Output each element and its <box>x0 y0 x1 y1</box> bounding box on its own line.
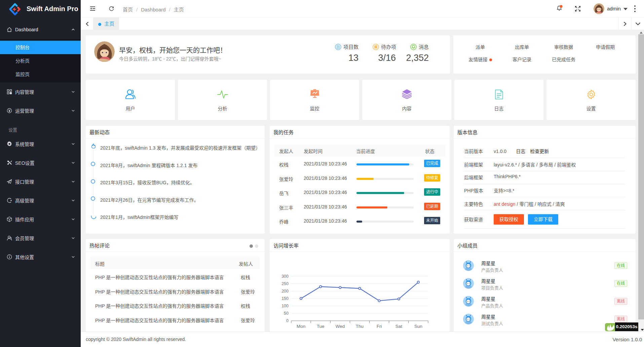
svg-text:150: 150 <box>281 296 289 301</box>
svg-text:Sun: Sun <box>414 324 422 329</box>
svg-text:0: 0 <box>286 318 289 323</box>
svg-text:250: 250 <box>281 281 289 286</box>
svg-text:Wed: Wed <box>336 324 345 329</box>
svg-text:Mon: Mon <box>297 324 305 329</box>
svg-text:Tue: Tue <box>317 324 325 329</box>
svg-text:Sat: Sat <box>395 324 403 329</box>
svg-text:Fri: Fri <box>377 324 382 329</box>
svg-text:300: 300 <box>281 274 289 279</box>
svg-text:100: 100 <box>281 304 289 308</box>
svg-text:Thu: Thu <box>356 324 364 329</box>
svg-text:50: 50 <box>284 311 289 316</box>
svg-text:200: 200 <box>281 289 289 294</box>
